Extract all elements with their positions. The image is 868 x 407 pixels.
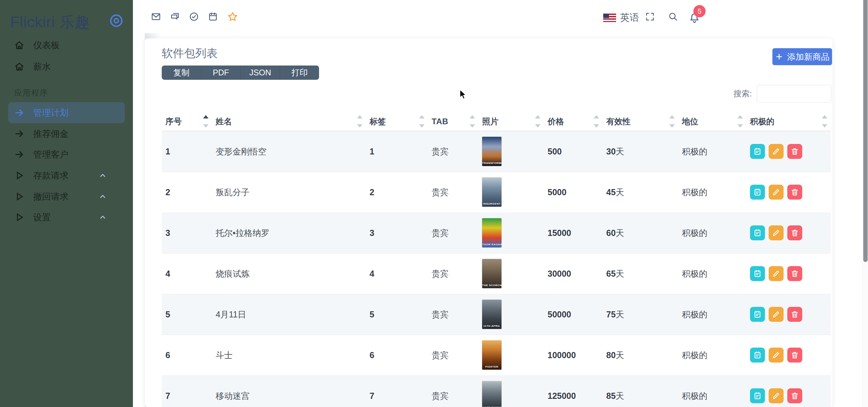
column-header-label: 序号 xyxy=(165,117,182,126)
delete-button[interactable] xyxy=(787,225,802,240)
name-cell: 斗士 xyxy=(212,335,366,375)
column-header-3[interactable]: 标签 xyxy=(366,112,428,131)
sidebar-item-label: 管理客户 xyxy=(33,149,68,161)
column-header-4[interactable]: TAB xyxy=(428,112,478,131)
sort-arrows-icon[interactable] xyxy=(594,115,599,128)
poster-image[interactable]: MAZE RUNNER xyxy=(482,381,501,407)
sidebar-item-label: 撤回请求 xyxy=(33,191,68,203)
chat-icon[interactable] xyxy=(170,12,180,22)
edit-button[interactable] xyxy=(769,225,784,240)
mail-icon[interactable] xyxy=(151,12,161,22)
chevron-up-icon xyxy=(98,171,107,180)
pencil-icon xyxy=(772,228,781,237)
table-row-7: 7移动迷宫7贵宾MAZE RUNNER12500085天积极的 xyxy=(162,375,831,407)
column-header-5[interactable]: 照片 xyxy=(478,112,544,131)
poster-image[interactable]: THOR RAGNAROK xyxy=(482,218,501,247)
us-flag-icon[interactable] xyxy=(603,14,616,22)
poster-image[interactable]: 11TH APRIL xyxy=(482,300,501,329)
edit-button[interactable] xyxy=(769,348,784,363)
check-circle-icon[interactable] xyxy=(189,12,199,22)
search-icon[interactable] xyxy=(668,12,678,22)
calendar-button[interactable] xyxy=(750,225,765,240)
tab-cell: 贵宾 xyxy=(428,131,478,172)
name-cell: 移动迷宫 xyxy=(212,375,366,407)
sidebar-item-6[interactable]: 管理客户 xyxy=(8,144,125,165)
calendar-button[interactable] xyxy=(750,266,765,281)
poster-image[interactable]: TRANSFORMERS xyxy=(482,137,501,166)
trash-icon xyxy=(790,310,799,319)
sort-arrows-icon[interactable] xyxy=(737,115,743,128)
pencil-icon xyxy=(772,147,781,156)
actions-cell xyxy=(746,375,831,407)
serial-cell: 6 xyxy=(162,335,212,375)
scrollbar-track[interactable] xyxy=(863,0,868,407)
sort-arrows-icon[interactable] xyxy=(669,115,675,128)
pencil-icon xyxy=(772,188,781,197)
edit-button[interactable] xyxy=(769,185,784,200)
calendar-button[interactable] xyxy=(750,185,765,200)
tag-cell: 3 xyxy=(366,212,428,253)
add-new-item-button[interactable]: 添加新商品 xyxy=(772,48,832,65)
delete-button[interactable] xyxy=(787,185,802,200)
column-header-2[interactable]: 姓名 xyxy=(212,112,366,131)
language-selector[interactable]: 英语 xyxy=(620,11,639,24)
star-icon[interactable] xyxy=(227,11,238,22)
photo-cell: INSURGENT xyxy=(478,172,544,212)
poster-image[interactable]: INSURGENT xyxy=(482,178,501,207)
sort-arrows-icon[interactable] xyxy=(470,115,475,128)
column-header-8[interactable]: 地位 xyxy=(678,112,746,131)
poster-caption: FIGHTER xyxy=(482,365,501,368)
sidebar-item-9[interactable]: 设置 xyxy=(8,207,125,228)
photo-cell: THOR RAGNAROK xyxy=(478,212,544,253)
sidebar-item-2[interactable]: 薪水 xyxy=(8,56,125,77)
actions-cell xyxy=(746,131,831,172)
sidebar-item-5[interactable]: 推荐佣金 xyxy=(8,123,125,144)
scrollbar-thumb[interactable] xyxy=(863,0,868,262)
export-button-pdf[interactable]: PDF xyxy=(201,66,240,80)
sidebar-toggle-icon[interactable] xyxy=(108,13,124,29)
calendar-button[interactable] xyxy=(750,388,765,403)
sidebar-item-label: 推荐佣金 xyxy=(33,128,68,140)
notification-badge[interactable]: 5 xyxy=(693,5,706,17)
column-header-6[interactable]: 价格 xyxy=(544,112,603,131)
calendar-button[interactable] xyxy=(750,307,765,322)
delete-button[interactable] xyxy=(787,266,802,281)
delete-button[interactable] xyxy=(787,348,802,363)
poster-image[interactable]: FIGHTER xyxy=(482,340,501,370)
poster-caption: 11TH APRIL xyxy=(482,325,501,328)
name-cell: 烧痕试炼 xyxy=(212,253,366,294)
sort-arrows-icon[interactable] xyxy=(419,115,425,128)
serial-cell: 2 xyxy=(162,172,212,212)
edit-button[interactable] xyxy=(769,144,784,159)
poster-image[interactable]: THE SCORCH TRIALS xyxy=(482,259,501,288)
calendar-button[interactable] xyxy=(750,144,765,159)
column-header-7[interactable]: 有效性 xyxy=(603,112,678,131)
edit-button[interactable] xyxy=(769,388,784,403)
sort-arrows-icon[interactable] xyxy=(535,115,540,128)
sort-arrows-icon[interactable] xyxy=(822,115,827,128)
column-header-9[interactable]: 积极的 xyxy=(746,112,831,131)
export-button-打印[interactable]: 打印 xyxy=(280,66,319,80)
search-input[interactable] xyxy=(757,85,831,103)
delete-button[interactable] xyxy=(787,388,802,403)
column-header-1[interactable]: 序号 xyxy=(162,112,212,131)
export-button-复制[interactable]: 复制 xyxy=(162,66,201,80)
photo-cell: 11TH APRIL xyxy=(478,294,544,335)
sort-arrows-icon[interactable] xyxy=(203,115,209,128)
calendar-icon[interactable] xyxy=(208,12,218,22)
export-button-json[interactable]: JSON xyxy=(240,66,280,80)
sidebar-item-4[interactable]: 管理计划 xyxy=(8,102,125,123)
edit-button[interactable] xyxy=(769,307,784,322)
fullscreen-icon[interactable] xyxy=(645,12,655,22)
delete-button[interactable] xyxy=(787,144,802,159)
delete-button[interactable] xyxy=(787,307,802,322)
sidebar-item-8[interactable]: 撤回请求 xyxy=(8,186,125,207)
photo-cell: TRANSFORMERS xyxy=(478,131,544,172)
pencil-icon xyxy=(772,391,781,400)
sort-arrows-icon[interactable] xyxy=(357,115,362,128)
sidebar-item-7[interactable]: 存款请求 xyxy=(8,165,125,186)
column-header-label: 价格 xyxy=(548,117,564,126)
calendar-button[interactable] xyxy=(750,348,765,363)
sidebar-item-1[interactable]: 仪表板 xyxy=(8,35,125,56)
edit-button[interactable] xyxy=(769,266,784,281)
